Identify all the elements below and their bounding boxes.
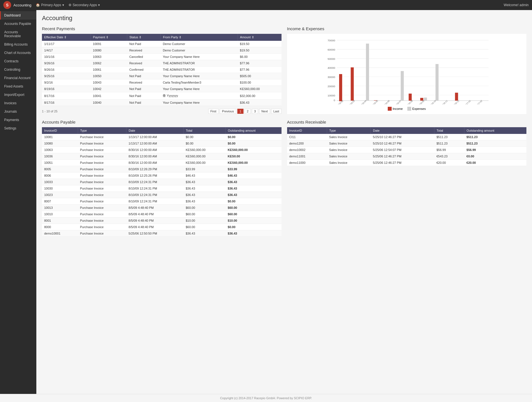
page-3-btn[interactable]: 3 (252, 109, 258, 114)
cell-status: Confirmed (127, 67, 160, 73)
accounts-receivable-table: InvoiceID Type Date Total Outstanding am… (287, 127, 527, 166)
cell-from-party[interactable]: Demo Customer (160, 47, 238, 54)
sidebar-item-financial-account[interactable]: Financial Account (0, 74, 36, 82)
sidebar-item-journals[interactable]: Journals (0, 107, 36, 116)
cell-amount: $6.00 (238, 54, 281, 60)
cell-date: 8/30/16 12:00:00 AM (126, 147, 183, 153)
cell-total: $511.23 (434, 134, 464, 140)
cell-payment[interactable]: 10040 (91, 100, 127, 106)
cell-from-party[interactable]: Carla TestingTeamMember3 (160, 79, 238, 86)
cell-type: Purchase Invoice (78, 147, 126, 153)
cell-invoice-id[interactable]: 10036 (42, 153, 78, 160)
cell-invoice-id[interactable]: CI11 (287, 134, 327, 140)
sidebar-item-invoices[interactable]: Invoices (0, 99, 36, 107)
cell-from-party[interactable]: Your Company Name Here (160, 73, 238, 79)
cell-type: Sales Invoice (327, 160, 371, 166)
cell-invoice-id[interactable]: 8007 (42, 198, 78, 205)
cell-invoice-id[interactable]: 10063 (42, 147, 78, 153)
cell-invoice-id[interactable]: 10030 (42, 185, 78, 192)
previous-page-btn[interactable]: Previous (220, 109, 236, 114)
cell-from-party[interactable]: THE ADMINISTRATOR (160, 67, 238, 73)
cell-invoice-id[interactable]: 8000 (42, 224, 78, 230)
cell-invoice-id[interactable]: demo1200 (287, 140, 327, 147)
cell-date: 1/13/17 12:00:00 AM (126, 140, 183, 147)
cell-invoice-id[interactable]: 10051 (42, 160, 78, 166)
cell-from-party[interactable]: Your Company Name Here (160, 100, 238, 106)
cell-date: 9/26/16 (42, 60, 91, 67)
cell-invoice-id[interactable]: 10080 (42, 140, 78, 147)
income-expenses-chart: 70000 60000 50000 40000 30000 20000 1000… (290, 37, 523, 104)
cell-from-party[interactable]: Your Company Name Here (160, 86, 238, 92)
cell-outstanding: €0.00 (464, 153, 526, 160)
cell-date: 8/30/16 12:00:00 AM (126, 153, 183, 160)
cell-payment[interactable]: 10063 (91, 54, 127, 60)
cell-payment[interactable]: 10041 (91, 92, 127, 100)
legend-expenses-label: Expenses (412, 107, 426, 110)
page-2-btn[interactable]: 2 (245, 109, 251, 114)
cell-invoice-id[interactable]: 10023 (42, 192, 78, 198)
sidebar-item-import-export[interactable]: Import/Export (0, 91, 36, 99)
cell-invoice-id[interactable]: 8001 (42, 217, 78, 224)
cell-from-party[interactable]: Demo Customer (160, 41, 238, 47)
table-row: 10013 Purchase Invoice 8/5/09 4:48:40 PM… (42, 205, 282, 211)
cell-payment[interactable]: 10080 (91, 47, 127, 54)
cell-payment[interactable]: 10091 (91, 41, 127, 47)
primary-apps-link[interactable]: 🏠 Primary Apps ▾ (36, 3, 64, 7)
sidebar-item-contracts[interactable]: Contracts (0, 57, 36, 65)
cell-from-party[interactable]: 冊 Yyyyyyy (160, 92, 238, 100)
svg-rect-17 (351, 67, 354, 101)
ap-col-outstanding: Outstanding amount (226, 127, 282, 134)
cell-invoice-id[interactable]: demo11000 (287, 160, 327, 166)
svg-text:70000: 70000 (327, 39, 335, 42)
table-row: 8001 Purchase Invoice 8/5/09 4:48:40 PM … (42, 217, 282, 224)
cell-from-party[interactable]: THE ADMINISTRATOR (160, 60, 238, 67)
cell-payment[interactable]: 10061 (91, 67, 127, 73)
cell-payment[interactable]: 10043 (91, 79, 127, 86)
ar-col-total: Total (434, 127, 464, 134)
cell-payment[interactable]: 10050 (91, 73, 127, 79)
sidebar-item-payments[interactable]: Payments (0, 116, 36, 124)
sidebar-item-billing-accounts[interactable]: Billing Accounts (0, 40, 36, 49)
svg-text:60000: 60000 (327, 48, 335, 51)
secondary-apps-link[interactable]: ⚙ Secondary Apps ▾ (68, 3, 100, 7)
cell-invoice-id[interactable]: demo10002 (287, 147, 327, 153)
next-page-btn[interactable]: Next (259, 109, 270, 114)
sidebar-item-accounts-payable[interactable]: Accounts Payable (0, 20, 36, 28)
cell-outstanding: $60.00 (226, 205, 282, 211)
cell-outstanding: $10.00 (226, 217, 282, 224)
cell-invoice-id[interactable]: 10013 (42, 205, 78, 211)
cell-invoice-id[interactable]: demo11001 (287, 153, 327, 160)
sidebar-item-settings[interactable]: Settings (0, 124, 36, 133)
page-1-btn[interactable]: 1 (237, 109, 243, 114)
pagination: 1 - 10 of 25 First Previous 1 2 3 Next L… (42, 109, 282, 114)
cell-invoice-id[interactable]: 8005 (42, 166, 78, 172)
sidebar-item-chart-of-accounts[interactable]: Chart of Accounts (0, 49, 36, 57)
cell-date: 8/30/16 12:00:00 AM (126, 160, 183, 166)
cell-total: €20.00 (434, 160, 464, 166)
first-page-btn[interactable]: First (208, 109, 219, 114)
main-content: Accounting Recent Payments Effective Dat… (36, 10, 532, 394)
cell-invoice-id[interactable]: 8006 (42, 172, 78, 179)
cell-payment[interactable]: 10062 (91, 60, 127, 67)
cell-from-party[interactable]: Your Company Name Here (160, 54, 238, 60)
cell-date: 1/4/17 (42, 47, 91, 54)
cell-invoice-id[interactable]: 10081 (42, 134, 78, 140)
cell-invoice-id[interactable]: 10033 (42, 179, 78, 185)
cell-invoice-id[interactable]: 10010 (42, 211, 78, 217)
sidebar-item-controlling[interactable]: Controlling (0, 65, 36, 74)
cell-type: Purchase Invoice (78, 172, 126, 179)
cell-date: 5/25/10 12:46:27 PM (371, 140, 434, 147)
cell-invoice-id[interactable]: demo10001 (42, 230, 78, 237)
cell-type: Sales Invoice (327, 134, 371, 140)
cell-payment[interactable]: 10042 (91, 86, 127, 92)
sidebar-item-accounts-receivable[interactable]: Accounts Receivable (0, 28, 36, 40)
cell-amount: $77.96 (238, 60, 281, 67)
sidebar-item-dashboard[interactable]: Dashboard (0, 11, 36, 20)
cell-outstanding: $36.43 (226, 230, 282, 237)
income-expenses-title: Income & Expenses (287, 26, 527, 31)
last-page-btn[interactable]: Last (271, 109, 282, 114)
cell-outstanding: $0.00 (226, 140, 282, 147)
sidebar-item-fixed-assets[interactable]: Fixed Assets (0, 82, 36, 91)
table-row: 10063 Purchase Invoice 8/30/16 12:00:00 … (42, 147, 282, 153)
cell-total: $56.99 (434, 147, 464, 153)
